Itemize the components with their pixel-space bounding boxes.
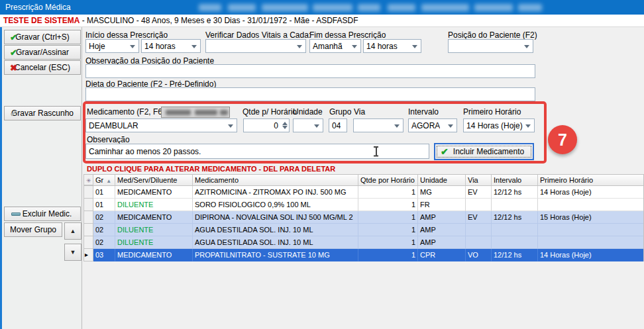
- cell-primeiro: 14 Horas (Hoje): [538, 249, 643, 261]
- column-header-via[interactable]: Via: [466, 175, 492, 185]
- column-header-unidade[interactable]: Unidade: [418, 175, 466, 185]
- medication-value: DEAMBULAR: [89, 121, 138, 130]
- position-observation-input[interactable]: [85, 64, 535, 78]
- redacted-text: [166, 110, 191, 115]
- column-header-medicamento[interactable]: Medicamento: [193, 175, 358, 185]
- end-day-select[interactable]: Amanhã: [309, 39, 361, 53]
- cancel-button[interactable]: ✖ Cancelar (ESC): [4, 60, 81, 75]
- chevron-down-icon: [412, 45, 417, 48]
- spinner-up-icon[interactable]: [282, 122, 288, 125]
- vitals-check-label: Verificar Dados Vitais a Cada:: [205, 30, 311, 40]
- cell-medicamento: SORO FISIOLOGICO 0,9% 100 ML: [193, 199, 358, 211]
- medication-select[interactable]: DEAMBULAR: [85, 118, 237, 132]
- route-select[interactable]: [353, 118, 403, 132]
- cell-primeiro: 15 Horas (Hoje): [538, 211, 643, 224]
- save-button-label: Gravar (Ctrl+S): [15, 32, 70, 42]
- table-row[interactable]: 02 MEDICAMENTO DIPIRONA - NOVALGINA SOL …: [83, 211, 644, 224]
- first-time-select[interactable]: 14 Horas (Hoje): [463, 118, 535, 132]
- unit-select[interactable]: [293, 118, 323, 132]
- row-indicator: [84, 236, 93, 249]
- interval-label: Intervalo: [408, 107, 439, 117]
- redacted-text: [518, 4, 542, 11]
- save-button[interactable]: ✔ Gravar (Ctrl+S): [4, 30, 81, 44]
- spinner-down-icon[interactable]: [282, 126, 288, 129]
- cancel-icon: ✖: [10, 64, 17, 72]
- move-group-up-button[interactable]: ▲: [64, 222, 81, 240]
- column-header-tipo[interactable]: Med/Serv/Diluente: [115, 175, 193, 185]
- move-group-button[interactable]: Mover Grupo: [4, 222, 62, 237]
- cell-unidade: FR: [418, 199, 466, 211]
- column-header-intervalo[interactable]: Intervalo: [492, 175, 538, 185]
- end-time-select[interactable]: 14 horas: [363, 39, 421, 53]
- cell-gr: 02: [93, 211, 115, 224]
- column-header-primeiro[interactable]: Primeiro Horário: [538, 175, 643, 185]
- cell-intervalo: [492, 224, 538, 236]
- observation-label: Observação: [87, 135, 130, 144]
- cell-primeiro: [538, 224, 643, 236]
- row-indicator: [84, 211, 93, 224]
- cell-unidade: AMP: [418, 224, 466, 236]
- redacted-button[interactable]: [161, 107, 230, 118]
- table-row[interactable]: 02 DILUENTE AGUA DESTILADA SOL. INJ. 10 …: [83, 224, 644, 236]
- start-day-select[interactable]: Hoje: [85, 39, 139, 53]
- save-draft-button[interactable]: ✔ Gravar Rascunho: [4, 106, 81, 120]
- cell-gr: 02: [93, 236, 115, 249]
- observation-input[interactable]: Caminhar ao menos 20 passos.: [85, 144, 429, 159]
- cell-gr: 01: [93, 199, 115, 211]
- cell-intervalo: 12/12 hs: [492, 186, 538, 199]
- start-time-select[interactable]: 14 horas: [141, 39, 201, 53]
- cell-primeiro: 14 Horas (Hoje): [538, 186, 643, 199]
- group-input[interactable]: 04: [329, 118, 347, 132]
- start-prescription-label: Início dessa Prescrição: [85, 30, 168, 40]
- cell-gr: 03: [93, 249, 115, 261]
- cell-unidade: CPR: [418, 249, 466, 261]
- save-sign-button[interactable]: ✔ Gravar/Assinar: [4, 45, 81, 60]
- add-medication-button[interactable]: ✔ Incluir Medicamento: [434, 143, 534, 160]
- redacted-text: [228, 4, 256, 11]
- check-icon: ✔: [10, 109, 17, 118]
- cell-primeiro: [538, 236, 643, 249]
- check-icon: ✔: [441, 146, 449, 157]
- cell-unidade: MG: [418, 186, 466, 199]
- quantity-stepper[interactable]: 0: [243, 118, 290, 132]
- cell-medicamento: AGUA DESTILADA SOL. INJ. 10 ML: [193, 224, 358, 236]
- cell-unidade: AMP: [418, 236, 466, 249]
- table-row-selected[interactable]: ▸ 03 MEDICAMENTO PROPATILNITRATO - SUSTR…: [83, 249, 644, 261]
- chevron-down-icon: [525, 124, 531, 128]
- first-time-label: Primeiro Horário: [463, 107, 521, 117]
- delete-medication-button[interactable]: Excluir Medic.: [4, 207, 81, 221]
- redacted-text: [199, 4, 221, 11]
- cell-medicamento: DIPIRONA - NOVALGINA SOL INJ 500 MG/ML 2: [193, 211, 358, 224]
- cell-qtde: 1: [358, 199, 418, 211]
- remove-icon: [11, 212, 21, 216]
- cell-via: [466, 236, 492, 249]
- medication-grid: ✳ Gr▲ Med/Serv/Diluente Medicamento Qtde…: [83, 174, 644, 261]
- row-indicator-arrow: ▸: [85, 251, 88, 258]
- interval-select[interactable]: AGORA: [408, 118, 457, 132]
- end-time-value: 14 horas: [366, 42, 398, 51]
- patient-details: - MASCULINO - 48 Anos, 9 Meses e 30 Dias…: [82, 16, 358, 25]
- chevron-down-icon: [228, 124, 233, 128]
- diet-input[interactable]: [85, 87, 535, 101]
- patient-position-select[interactable]: [448, 39, 533, 53]
- table-row[interactable]: 01 DILUENTE SORO FISIOLOGICO 0,9% 100 ML…: [83, 199, 644, 211]
- redacted-text: [262, 4, 308, 11]
- move-group-down-button[interactable]: ▼: [64, 244, 81, 261]
- cell-intervalo: 12/12 hs: [492, 249, 538, 261]
- sort-asc-icon: ▲: [106, 178, 111, 184]
- cell-tipo: DILUENTE: [115, 199, 193, 211]
- check-icon: ✔: [10, 48, 17, 57]
- window-title: Prescrição Médica: [5, 3, 71, 12]
- asterisk-icon: ✳: [86, 177, 91, 184]
- column-header-qtde[interactable]: Qtde por Horário: [358, 175, 418, 185]
- table-row[interactable]: 02 DILUENTE AGUA DESTILADA SOL. INJ. 10 …: [83, 236, 644, 249]
- cell-intervalo: [492, 199, 538, 211]
- group-value: 04: [332, 121, 341, 130]
- table-row[interactable]: 01 MEDICAMENTO AZITROMICINA - ZITROMAX P…: [83, 186, 644, 199]
- chevron-down-icon: [394, 124, 400, 128]
- vitals-check-select[interactable]: [205, 39, 306, 53]
- column-header-gr[interactable]: Gr▲: [93, 175, 115, 185]
- cell-qtde: 1: [358, 211, 418, 224]
- cell-medicamento: AZITROMICINA - ZITROMAX PO INJ. 500 MG: [193, 186, 358, 199]
- cell-tipo: MEDICAMENTO: [115, 249, 193, 261]
